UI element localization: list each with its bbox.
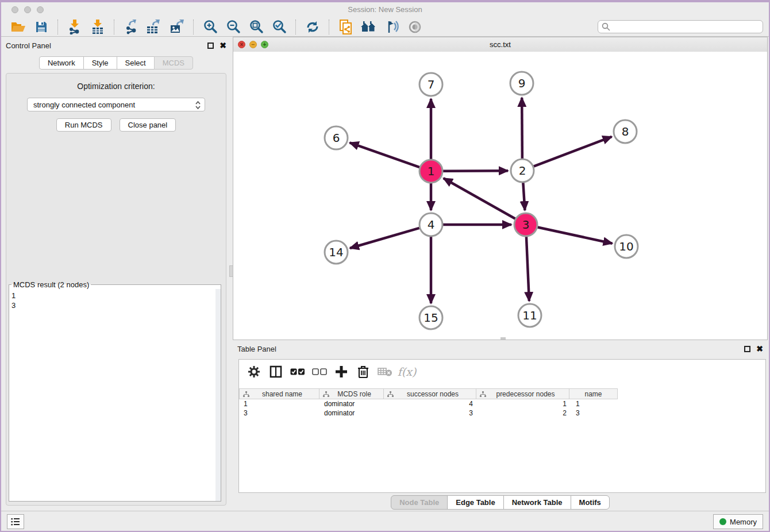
table-row[interactable]: 1dominator411 (239, 399, 620, 408)
table-toolbar: f(x) (239, 360, 765, 384)
graph-edge-3-10[interactable] (538, 227, 613, 243)
chevron-updown-icon (195, 100, 201, 112)
graph-edge-2-3[interactable] (523, 183, 525, 210)
graph-node-label-14: 14 (329, 245, 343, 259)
graph-edge-4-14[interactable] (350, 228, 419, 248)
mcds-result-scrollbar[interactable] (215, 289, 221, 501)
zoom-fit-icon[interactable] (248, 19, 265, 35)
mcds-result-title: MCDS result (2 nodes) (11, 280, 91, 289)
table-cell[interactable]: 1 (478, 399, 571, 408)
close-table-panel-icon[interactable]: ✖ (756, 345, 763, 353)
zoom-out-icon[interactable] (225, 19, 242, 35)
column-header-predecessor-nodes[interactable]: predecessor nodes (476, 388, 569, 399)
export-network-icon[interactable] (122, 19, 140, 35)
hide-graphics-icon[interactable] (383, 19, 401, 35)
delete-column-icon[interactable] (355, 364, 371, 379)
table-cell[interactable]: 3 (384, 408, 478, 418)
export-table-icon[interactable] (145, 19, 163, 35)
optimization-criterion-select[interactable]: strongly connected component (27, 98, 205, 111)
tab-style[interactable]: Style (83, 56, 117, 70)
table-cell[interactable]: 2 (478, 408, 571, 418)
memory-button[interactable]: Memory (713, 514, 763, 529)
float-table-panel-icon[interactable] (744, 346, 750, 352)
table-cell[interactable]: 1 (239, 399, 319, 408)
column-header-MCDS-role[interactable]: MCDS role (319, 388, 384, 399)
graph-node-label-2: 2 (519, 164, 526, 178)
tab-network-table[interactable]: Network Table (503, 495, 571, 510)
table-header-row: shared nameMCDS rolesuccessor nodesprede… (239, 388, 620, 399)
table-panel-header: Table Panel ✖ (233, 342, 768, 355)
graph-edge-3-1[interactable] (444, 178, 515, 218)
graph-edge-3-11[interactable] (526, 237, 529, 301)
app-window: Session: New Session (1, 2, 769, 531)
desktop: Session: New Session (0, 0, 770, 532)
refresh-network-icon[interactable] (304, 19, 321, 35)
tab-motifs[interactable]: Motifs (571, 495, 610, 510)
close-panel-icon[interactable]: ✖ (220, 41, 226, 49)
deselect-all-checkboxes-icon[interactable] (311, 364, 328, 379)
table-cell[interactable]: 1 (571, 399, 620, 408)
tab-edge-table[interactable]: Edge Table (447, 495, 503, 510)
close-panel-button[interactable]: Close panel (120, 118, 176, 132)
zoom-selected-icon[interactable] (271, 19, 288, 35)
toolbar-separator (57, 20, 59, 34)
control-panel-title: Control Panel (6, 41, 51, 50)
window-title: Session: New Session (1, 5, 769, 14)
graph-edge-2-9[interactable] (522, 98, 522, 159)
table-cell[interactable]: 3 (571, 408, 620, 418)
table-cell[interactable]: dominator (319, 408, 384, 418)
mcds-result-text[interactable]: 1 3 (10, 290, 220, 500)
mcds-panel-body: Optimization criterion: strongly connect… (6, 73, 226, 506)
search-input[interactable] (598, 20, 763, 33)
clone-network-icon[interactable] (337, 19, 355, 35)
graph-edge-2-8[interactable] (534, 137, 612, 167)
table-panel-title: Table Panel (237, 345, 276, 353)
open-session-icon[interactable] (10, 19, 27, 35)
mcds-result-group: MCDS result (2 nodes) 1 3 (9, 280, 221, 502)
table-panel: Table Panel ✖ (233, 342, 768, 511)
canvas-resize-grip[interactable] (500, 337, 506, 340)
column-header-name[interactable]: name (569, 388, 618, 399)
function-builder-icon[interactable]: f(x) (399, 364, 415, 379)
table-cell[interactable]: 4 (384, 399, 478, 408)
graph-node-label-1: 1 (428, 164, 435, 178)
select-all-checkboxes-icon[interactable] (290, 364, 306, 379)
tab-node-table[interactable]: Node Table (391, 495, 448, 510)
show-graphics-icon[interactable] (406, 19, 424, 35)
tab-select[interactable]: Select (117, 56, 155, 70)
home-view-icon[interactable] (360, 19, 378, 35)
network-graph: 1234678910111415 (233, 52, 766, 340)
add-column-icon[interactable] (333, 364, 349, 379)
main-content: Control Panel ✖ Network Style Select MCD… (1, 37, 769, 511)
run-mcds-button[interactable]: Run MCDS (56, 118, 111, 132)
table-rows: 1dominator4113dominator323 (239, 399, 620, 418)
float-panel-icon[interactable] (207, 43, 214, 49)
task-history-button[interactable] (7, 514, 24, 529)
import-table-icon[interactable] (89, 19, 106, 35)
graph-node-label-9: 9 (518, 76, 526, 90)
graph-node-label-8: 8 (622, 125, 629, 138)
save-session-icon[interactable] (33, 19, 50, 35)
tab-mcds[interactable]: MCDS (154, 56, 193, 70)
column-header-shared-name[interactable]: shared name (239, 388, 319, 399)
split-columns-icon[interactable] (268, 364, 284, 379)
graph-node-label-3: 3 (522, 218, 530, 232)
import-network-icon[interactable] (66, 19, 83, 35)
delete-table-icon[interactable] (377, 364, 393, 379)
graph-edge-1-6[interactable] (350, 142, 420, 167)
table-settings-icon[interactable] (246, 364, 262, 379)
tab-network[interactable]: Network (39, 56, 84, 70)
network-canvas[interactable]: 1234678910111415 (233, 52, 767, 340)
table-row[interactable]: 3dominator323 (239, 408, 620, 418)
node-table-container: f(x) shared nameMCDS rolesuccessor nodes… (238, 359, 766, 493)
search-box (598, 20, 763, 33)
memory-label: Memory (730, 518, 757, 526)
table-cell[interactable]: 3 (239, 408, 319, 418)
titlebar: Session: New Session (1, 2, 769, 17)
column-header-successor-nodes[interactable]: successor nodes (383, 388, 476, 399)
network-window-title: scc.txt (233, 40, 767, 49)
table-cell[interactable]: dominator (319, 399, 384, 408)
export-image-icon[interactable] (168, 19, 186, 35)
zoom-in-icon[interactable] (202, 19, 219, 35)
graph-edge-1-2[interactable] (443, 171, 508, 171)
